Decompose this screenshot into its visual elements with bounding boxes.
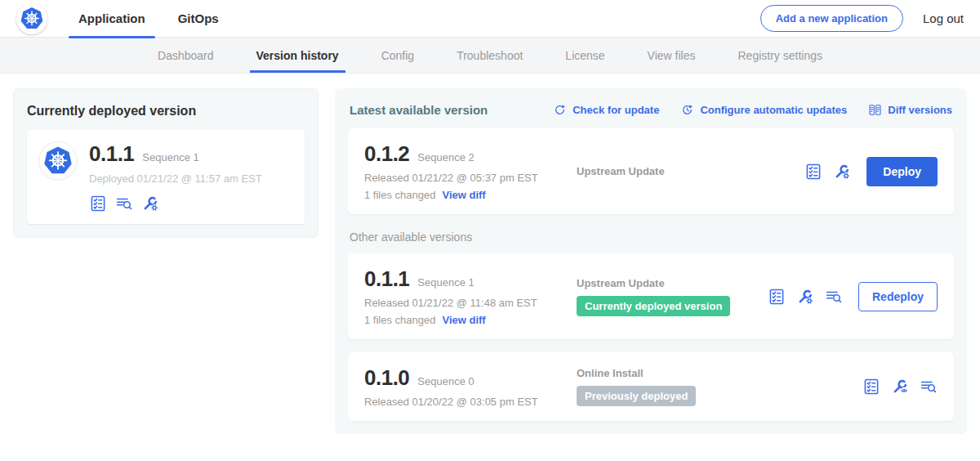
check-for-update-link[interactable]: Check for update bbox=[553, 103, 659, 117]
app-logo bbox=[38, 141, 78, 181]
subnav-tab-troubleshoot[interactable]: Troubleshoot bbox=[435, 38, 544, 73]
version-actions: Deploy bbox=[804, 157, 938, 186]
version-line: 0.1.1 Sequence 1 bbox=[364, 266, 570, 292]
version-actions bbox=[862, 378, 938, 396]
version-source: Upstream Update bbox=[577, 277, 768, 289]
version-number: 0.1.1 bbox=[364, 266, 409, 292]
view-logs-icon[interactable] bbox=[115, 195, 133, 213]
previously-deployed-badge: Previously deployed bbox=[577, 386, 696, 406]
diff-versions-link[interactable]: Diff versions bbox=[868, 103, 952, 117]
version-sequence: Sequence 2 bbox=[417, 151, 474, 163]
version-sequence: Sequence 0 bbox=[417, 375, 474, 387]
released-date: Released 01/21/22 @ 11:48 am EST bbox=[364, 297, 570, 309]
version-line: 0.1.1 Sequence 1 bbox=[89, 141, 262, 167]
top-navbar: Application GitOps Add a new application… bbox=[0, 0, 980, 38]
deployed-panel-title: Currently deployed version bbox=[27, 104, 305, 119]
configure-automatic-updates-link[interactable]: Configure automatic updates bbox=[680, 103, 847, 117]
navbar-right: Add a new application Log out bbox=[760, 5, 964, 32]
deployed-date: Deployed 01/21/22 @ 11:57 am EST bbox=[89, 172, 262, 185]
version-line: 0.1.0 Sequence 0 bbox=[364, 365, 570, 391]
files-changed-line: 1 files changed View diff bbox=[364, 189, 570, 201]
version-actions: Redeploy bbox=[768, 282, 938, 311]
release-notes-icon[interactable] bbox=[768, 288, 786, 306]
auto-update-icon bbox=[680, 103, 694, 117]
kubernetes-helm-icon bbox=[19, 6, 45, 32]
add-application-button[interactable]: Add a new application bbox=[760, 5, 903, 32]
view-config-icon[interactable] bbox=[891, 378, 909, 396]
deployed-version-card: 0.1.1 Sequence 1 Deployed 01/21/22 @ 11:… bbox=[27, 130, 305, 224]
subnav-tab-view-files[interactable]: View files bbox=[626, 38, 717, 73]
deployed-sequence: Sequence 1 bbox=[142, 151, 198, 163]
primary-nav: Application GitOps bbox=[65, 0, 238, 37]
subnav-tab-license[interactable]: License bbox=[544, 38, 626, 73]
check-for-update-label: Check for update bbox=[572, 104, 659, 116]
other-versions-title: Other available versions bbox=[350, 230, 952, 244]
diff-versions-label: Diff versions bbox=[888, 104, 952, 116]
deployed-version-number: 0.1.1 bbox=[89, 141, 134, 167]
latest-version-title: Latest available version bbox=[350, 103, 488, 117]
header-actions: Check for update Configure automatic upd… bbox=[553, 103, 952, 117]
deployed-version-info: 0.1.1 Sequence 1 Deployed 01/21/22 @ 11:… bbox=[89, 141, 262, 213]
version-details: 0.1.0 Sequence 0 Released 01/20/22 @ 03:… bbox=[364, 365, 570, 408]
view-diff-link[interactable]: View diff bbox=[442, 314, 485, 326]
version-source: Upstream Update bbox=[577, 165, 804, 177]
subnav-tab-dashboard[interactable]: Dashboard bbox=[136, 38, 235, 73]
kubernetes-logo bbox=[16, 3, 47, 34]
version-card-0-1-1: 0.1.1 Sequence 1 Released 01/21/22 @ 11:… bbox=[348, 253, 954, 339]
files-changed-line: 1 files changed View diff bbox=[364, 314, 570, 326]
edit-config-icon[interactable] bbox=[833, 163, 851, 181]
tab-application[interactable]: Application bbox=[65, 0, 158, 38]
main-content: Currently deployed version 0.1.1 Sequenc… bbox=[0, 74, 980, 449]
version-card-0-1-2: 0.1.2 Sequence 2 Released 01/21/22 @ 05:… bbox=[348, 128, 954, 214]
files-changed: 1 files changed bbox=[364, 314, 435, 326]
version-line: 0.1.2 Sequence 2 bbox=[364, 141, 570, 167]
version-details: 0.1.2 Sequence 2 Released 01/21/22 @ 05:… bbox=[364, 141, 570, 201]
configure-automatic-updates-label: Configure automatic updates bbox=[700, 104, 847, 116]
subnav-tab-config[interactable]: Config bbox=[360, 38, 435, 73]
currently-deployed-panel: Currently deployed version 0.1.1 Sequenc… bbox=[13, 88, 318, 238]
release-notes-icon[interactable] bbox=[89, 195, 107, 213]
subnav-tab-version-history[interactable]: Version history bbox=[235, 38, 360, 73]
edit-config-icon[interactable] bbox=[796, 288, 814, 306]
version-details: 0.1.1 Sequence 1 Released 01/21/22 @ 11:… bbox=[364, 266, 570, 326]
version-status: Upstream Update bbox=[570, 165, 804, 177]
release-notes-icon[interactable] bbox=[862, 378, 880, 396]
diff-icon bbox=[868, 103, 882, 117]
view-logs-icon[interactable] bbox=[920, 378, 938, 396]
version-number: 0.1.2 bbox=[364, 141, 409, 167]
version-status: Online Install Previously deployed bbox=[570, 367, 862, 406]
deploy-button[interactable]: Deploy bbox=[866, 157, 938, 186]
logout-link[interactable]: Log out bbox=[923, 11, 964, 25]
version-number: 0.1.0 bbox=[364, 365, 409, 391]
redeploy-button[interactable]: Redeploy bbox=[858, 282, 938, 311]
files-changed: 1 files changed bbox=[364, 189, 435, 201]
version-status: Upstream Update Currently deployed versi… bbox=[570, 277, 768, 316]
kubernetes-helm-icon bbox=[42, 145, 74, 177]
subnav-tab-registry-settings[interactable]: Registry settings bbox=[717, 38, 844, 73]
edit-config-icon[interactable] bbox=[141, 195, 159, 213]
release-notes-icon[interactable] bbox=[804, 163, 822, 181]
app-subnav: Dashboard Version history Config Trouble… bbox=[0, 38, 980, 74]
version-source: Online Install bbox=[577, 367, 862, 379]
view-diff-link[interactable]: View diff bbox=[442, 189, 485, 201]
version-card-0-1-0: 0.1.0 Sequence 0 Released 01/20/22 @ 03:… bbox=[348, 352, 954, 421]
version-sequence: Sequence 1 bbox=[417, 276, 474, 289]
released-date: Released 01/21/22 @ 05:37 pm EST bbox=[364, 172, 570, 184]
version-history-panel: Latest available version Check for updat… bbox=[335, 88, 967, 434]
view-logs-icon[interactable] bbox=[825, 288, 843, 306]
deployed-actions bbox=[89, 195, 262, 213]
tab-gitops[interactable]: GitOps bbox=[165, 0, 232, 38]
latest-version-header: Latest available version Check for updat… bbox=[350, 103, 952, 117]
refresh-icon bbox=[553, 103, 567, 117]
currently-deployed-badge: Currently deployed version bbox=[577, 296, 730, 316]
released-date: Released 01/20/22 @ 03:05 pm EST bbox=[364, 396, 570, 408]
